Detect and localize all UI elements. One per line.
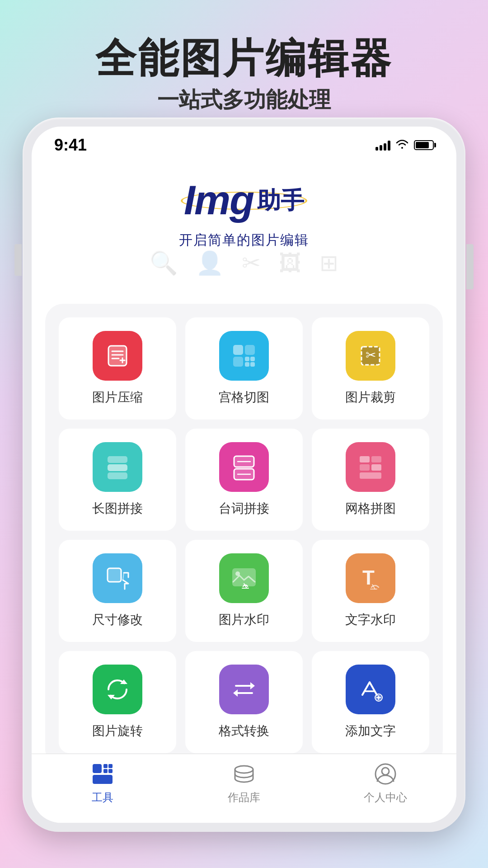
status-bar: 9:41 [32, 127, 456, 159]
feature-label-caption: 台词拼接 [219, 500, 269, 517]
svg-rect-46 [103, 769, 108, 773]
feature-icon-grid-cut [219, 331, 269, 381]
svg-rect-25 [371, 464, 381, 471]
signal-icon [375, 140, 390, 151]
svg-point-51 [382, 768, 389, 775]
tab-bar: 工具 作品库 个人中心 [32, 754, 456, 823]
wifi-icon [396, 138, 408, 152]
feature-label-grid-cut: 宫格切图 [219, 389, 269, 406]
svg-rect-43 [93, 764, 102, 773]
feature-label-convert: 格式转换 [219, 722, 269, 740]
feature-label-text-watermark: 文字水印 [345, 611, 396, 628]
logo-container: Img 助手 [184, 177, 304, 224]
sub-title: 一站式多功能处理 [0, 85, 488, 114]
svg-rect-10 [250, 357, 255, 361]
tab-label-works: 作品库 [228, 790, 260, 805]
logo-img-text: Img [184, 177, 253, 224]
feature-icon-text-watermark: T [346, 553, 395, 603]
feature-label-img-watermark: 图片水印 [219, 611, 269, 628]
feature-item-resize[interactable]: 尺寸修改 [59, 540, 176, 642]
svg-rect-27 [108, 568, 121, 582]
svg-rect-44 [103, 764, 108, 768]
tab-item-works[interactable]: 作品库 [212, 763, 276, 805]
svg-rect-45 [108, 764, 113, 768]
tab-icon-works [233, 763, 255, 787]
feature-item-grid-cut[interactable]: 宫格切图 [185, 317, 303, 420]
tab-item-tools[interactable]: 工具 [71, 763, 134, 805]
svg-rect-24 [360, 464, 370, 471]
grid-container: 图片压缩 宫格切图 ✂ 图片裁剪 长图拼接 台词拼接 网格拼图 尺寸修改 [32, 290, 456, 754]
status-icons [375, 138, 434, 152]
feature-item-mosaic[interactable]: 网格拼图 [312, 429, 429, 531]
status-time: 9:41 [54, 136, 87, 155]
svg-rect-47 [108, 769, 113, 773]
feature-icon-mosaic [346, 442, 395, 492]
feature-item-crop[interactable]: ✂ 图片裁剪 [312, 317, 429, 420]
svg-rect-11 [245, 362, 249, 367]
svg-rect-15 [108, 456, 127, 463]
logo-helper-text: 助手 [257, 185, 304, 217]
feature-label-resize: 尺寸修改 [92, 611, 143, 628]
feature-icon-rotate [93, 665, 142, 714]
phone-screen: 9:41 [32, 127, 456, 823]
svg-rect-16 [108, 464, 127, 471]
app-header-section: 全能图片编辑器 一站式多功能处理 [0, 0, 488, 128]
feature-label-mosaic: 网格拼图 [345, 500, 396, 517]
tab-label-profile: 个人中心 [364, 790, 407, 805]
feature-label-long-stitch: 长图拼接 [92, 500, 143, 517]
feature-item-add-text[interactable]: 添加文字 [312, 651, 429, 753]
feature-item-compress[interactable]: 图片压缩 [59, 317, 176, 420]
logo-subtitle: 开启简单的图片编辑 [179, 231, 309, 250]
svg-rect-6 [233, 345, 243, 355]
feature-icon-img-watermark [219, 553, 269, 603]
tab-item-profile[interactable]: 个人中心 [354, 763, 417, 805]
svg-rect-23 [371, 456, 381, 462]
tab-icon-tools [92, 763, 113, 787]
svg-rect-9 [245, 357, 249, 361]
svg-rect-12 [250, 362, 255, 367]
svg-rect-8 [233, 357, 243, 367]
feature-grid: 图片压缩 宫格切图 ✂ 图片裁剪 长图拼接 台词拼接 网格拼图 尺寸修改 [45, 304, 443, 754]
feature-icon-caption [219, 442, 269, 492]
logo-area: Img 助手 开启简单的图片编辑 🔍 👤 ✂ 🖼 ⊞ [32, 159, 456, 290]
feature-item-text-watermark[interactable]: T 文字水印 [312, 540, 429, 642]
svg-marker-38 [233, 689, 238, 697]
main-title: 全能图片编辑器 [0, 36, 488, 81]
feature-icon-compress [93, 331, 142, 381]
feature-icon-convert [219, 665, 269, 714]
svg-rect-22 [360, 456, 370, 462]
feature-icon-add-text [346, 665, 395, 714]
svg-rect-7 [245, 345, 255, 355]
feature-label-compress: 图片压缩 [92, 389, 143, 406]
tab-label-tools: 工具 [92, 790, 113, 805]
phone-frame: 9:41 [23, 118, 465, 832]
svg-rect-0 [108, 346, 127, 366]
feature-icon-resize [93, 553, 142, 603]
feature-item-rotate[interactable]: 图片旋转 [59, 651, 176, 753]
svg-rect-26 [360, 472, 381, 479]
svg-rect-48 [93, 775, 113, 784]
tab-icon-profile [375, 763, 396, 787]
feature-icon-crop: ✂ [346, 331, 395, 381]
feature-label-add-text: 添加文字 [345, 722, 396, 740]
battery-icon [414, 140, 434, 150]
bg-icons: 🔍 👤 ✂ 🖼 ⊞ [32, 250, 456, 277]
svg-point-49 [235, 766, 253, 773]
feature-label-crop: 图片裁剪 [345, 389, 396, 406]
svg-rect-17 [108, 472, 127, 479]
feature-item-convert[interactable]: 格式转换 [185, 651, 303, 753]
feature-item-caption[interactable]: 台词拼接 [185, 429, 303, 531]
feature-icon-long-stitch [93, 442, 142, 492]
feature-label-rotate: 图片旋转 [92, 722, 143, 740]
svg-text:✂: ✂ [366, 348, 376, 362]
feature-item-long-stitch[interactable]: 长图拼接 [59, 429, 176, 531]
feature-item-img-watermark[interactable]: 图片水印 [185, 540, 303, 642]
svg-marker-37 [250, 682, 255, 689]
